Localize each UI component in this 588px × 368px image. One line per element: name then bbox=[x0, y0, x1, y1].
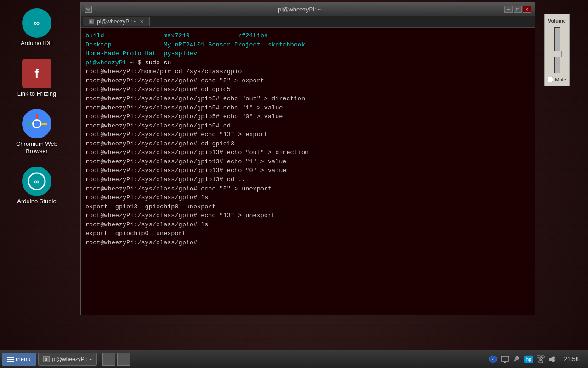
svg-line-28 bbox=[539, 358, 541, 361]
desktop-icon-arduino-ide[interactable]: ∞ Arduino IDE bbox=[5, 5, 69, 51]
desktop: ∞ Arduino IDE f Link to Fritzing bbox=[0, 0, 588, 368]
taskbar-terminal-label: pi@wheezyPi: ~ bbox=[52, 356, 92, 362]
term-line-21: root@wheezyPi:/sys/class/gpio# echo "13"… bbox=[85, 211, 530, 220]
term-line-20: export gpio13 gpiochip0 unexport bbox=[85, 202, 530, 212]
svg-text:∞: ∞ bbox=[34, 18, 40, 28]
svg-rect-26 bbox=[539, 361, 543, 363]
term-line-15: root@wheezyPi:/sys/class/gpio/gpio13# ec… bbox=[85, 157, 530, 167]
desktop-icons-container: ∞ Arduino IDE f Link to Fritzing bbox=[0, 0, 74, 350]
term-line-1: build max7219 rf24libs bbox=[85, 31, 530, 40]
chromium-label: Chromium Web Browser bbox=[8, 140, 65, 155]
fritzing-icon: f bbox=[22, 59, 51, 88]
term-line-14: root@wheezyPi:/sys/class/gpio/gpio13# ec… bbox=[85, 148, 530, 157]
menu-icon bbox=[7, 356, 14, 362]
svg-text:hp: hp bbox=[526, 357, 531, 362]
term-line-19: root@wheezyPi:/sys/class/gpio# ls bbox=[85, 193, 530, 202]
term-line-3: Home-Made_Proto_Hat py-spidev bbox=[85, 49, 530, 58]
arduino-studio-label: Arduino Studio bbox=[17, 198, 56, 205]
desktop-icon-chromium[interactable]: Chromium Web Browser bbox=[5, 105, 69, 158]
term-line-22: root@wheezyPi:/sys/class/gpio# ls bbox=[85, 220, 530, 230]
shield-tray-icon[interactable]: ✓ bbox=[488, 355, 498, 364]
volume-mute-row: Mute bbox=[548, 77, 566, 82]
terminal-tab-bar: $ pi@wheezyPi: ~ ✕ bbox=[81, 16, 535, 28]
terminal-tab-icon: $ bbox=[89, 19, 94, 24]
volume-slider-thumb[interactable] bbox=[553, 51, 562, 57]
svg-rect-13 bbox=[7, 357, 14, 358]
term-line-9: root@wheezyPi:/sys/class/gpio/gpio5# ech… bbox=[85, 104, 530, 113]
terminal-maximize-btn[interactable]: □ bbox=[514, 6, 522, 13]
term-line-10: root@wheezyPi:/sys/class/gpio/gpio5# ech… bbox=[85, 112, 530, 121]
taskbar-clock: 21:58 bbox=[560, 356, 582, 362]
svg-text:∞: ∞ bbox=[34, 178, 39, 185]
svg-rect-25 bbox=[541, 356, 544, 358]
terminal-titlebar: pi@wheezyPi: ~ ─ □ ✕ bbox=[81, 3, 535, 16]
network-tray-icon[interactable] bbox=[536, 355, 545, 364]
term-line-12: root@wheezyPi:/sys/class/gpio# echo "13"… bbox=[85, 130, 530, 139]
terminal-tab-main[interactable]: $ pi@wheezyPi: ~ ✕ bbox=[83, 17, 150, 26]
term-line-18: root@wheezyPi:/sys/class/gpio# echo "5" … bbox=[85, 184, 530, 194]
taskbar-menu-label: menu bbox=[16, 356, 31, 362]
term-line-5: root@wheezyPi:/home/pi# cd /sys/class/gp… bbox=[85, 67, 530, 76]
term-line-23: export gpiochip0 unexport bbox=[85, 229, 530, 238]
svg-rect-21 bbox=[503, 363, 507, 363]
terminal-title: pi@wheezyPi: ~ bbox=[95, 6, 504, 13]
arduino-studio-icon: ∞ bbox=[22, 167, 51, 196]
terminal-body[interactable]: build max7219 rf24libs Desktop My_nRF24L… bbox=[81, 28, 535, 315]
pen-tray-icon[interactable] bbox=[512, 355, 521, 364]
term-line-13: root@wheezyPi:/sys/class/gpio# cd gpio13 bbox=[85, 139, 530, 149]
arduino-ide-icon: ∞ bbox=[22, 8, 51, 38]
terminal-controls: ─ □ ✕ bbox=[504, 6, 531, 13]
desktop-icon-fritzing[interactable]: f Link to Fritzing bbox=[5, 55, 69, 101]
desktop-icon-arduino-studio[interactable]: ∞ Arduino Studio bbox=[5, 163, 69, 209]
svg-point-6 bbox=[34, 121, 40, 127]
chromium-icon bbox=[22, 109, 51, 138]
term-line-24: root@wheezyPi:/sys/class/gpio#█ bbox=[85, 238, 530, 247]
terminal-minimize-btn[interactable]: ─ bbox=[504, 6, 513, 13]
term-line-8: root@wheezyPi:/sys/class/gpio/gpio5# ech… bbox=[85, 94, 530, 104]
svg-text:$: $ bbox=[45, 357, 47, 362]
term-line-7: root@wheezyPi:/sys/class/gpio# cd gpio5 bbox=[85, 85, 530, 94]
taskbar-terminal-item[interactable]: $ pi@wheezyPi: ~ bbox=[38, 353, 97, 366]
volume-slider-track[interactable] bbox=[554, 27, 560, 73]
display-tray-icon[interactable] bbox=[500, 355, 509, 364]
taskbar-box-1[interactable] bbox=[102, 353, 115, 366]
svg-rect-15 bbox=[7, 361, 14, 362]
terminal-tab-label: pi@wheezyPi: ~ bbox=[97, 18, 137, 25]
volume-mute-checkbox[interactable] bbox=[548, 77, 553, 82]
terminal-window: pi@wheezyPi: ~ ─ □ ✕ $ pi@wheezyPi: ~ ✕ … bbox=[80, 2, 535, 315]
svg-text:f: f bbox=[34, 67, 39, 81]
term-line-2: Desktop My_nRF24L01_Sensor_Project sketc… bbox=[85, 40, 530, 50]
term-line-16: root@wheezyPi:/sys/class/gpio/gpio13# ec… bbox=[85, 166, 530, 175]
svg-text:$: $ bbox=[90, 20, 93, 24]
arduino-ide-label: Arduino IDE bbox=[21, 40, 53, 47]
volume-control: Volume Mute bbox=[544, 14, 570, 86]
svg-text:✓: ✓ bbox=[491, 357, 495, 362]
taskbar: menu $ pi@wheezyPi: ~ ✓ bbox=[0, 350, 588, 368]
taskbar-menu-button[interactable]: menu bbox=[2, 353, 36, 366]
term-line-4: pi@wheezyPi ~ $ sudo su bbox=[85, 58, 530, 68]
svg-rect-24 bbox=[537, 356, 540, 358]
term-line-17: root@wheezyPi:/sys/class/gpio/gpio13# cd… bbox=[85, 175, 530, 184]
system-tray: ✓ hp bbox=[488, 355, 586, 364]
term-line-11: root@wheezyPi:/sys/class/gpio/gpio5# cd … bbox=[85, 121, 530, 131]
volume-label: Volume bbox=[548, 18, 566, 23]
fritzing-label: Link to Fritzing bbox=[17, 90, 57, 98]
hp-tray-icon[interactable]: hp bbox=[524, 355, 533, 364]
svg-rect-14 bbox=[7, 359, 14, 360]
volume-tray-icon[interactable] bbox=[548, 355, 557, 364]
terminal-tab-close[interactable]: ✕ bbox=[140, 19, 144, 25]
term-line-6: root@wheezyPi:/sys/class/gpio# echo "5" … bbox=[85, 76, 530, 86]
svg-rect-20 bbox=[504, 362, 506, 363]
svg-line-29 bbox=[541, 358, 543, 361]
svg-rect-10 bbox=[85, 6, 91, 12]
volume-mute-label: Mute bbox=[555, 77, 566, 82]
terminal-close-btn[interactable]: ✕ bbox=[523, 6, 531, 13]
taskbar-box-2[interactable] bbox=[117, 353, 130, 366]
terminal-small-icon bbox=[85, 6, 92, 13]
taskbar-terminal-icon: $ bbox=[43, 356, 50, 362]
svg-rect-19 bbox=[501, 356, 509, 361]
